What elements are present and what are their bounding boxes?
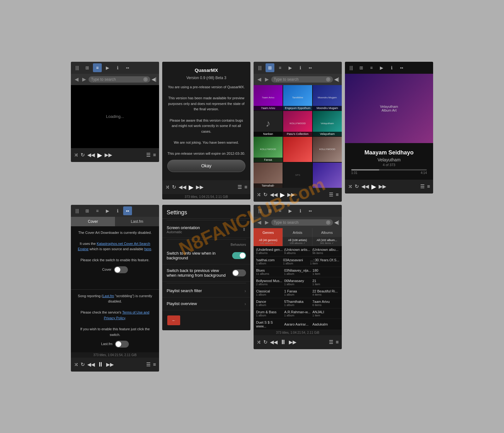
list-item-0[interactable]: (Undefined gen... 9 albums (Unknown arti… <box>254 246 342 257</box>
t7-eq[interactable]: ||| <box>255 206 264 215</box>
menu-button-2[interactable]: ≡ <box>244 184 247 190</box>
collapse-3[interactable]: ◀| <box>334 76 339 82</box>
prev-btn-4[interactable]: ◀◀ <box>361 183 369 189</box>
next-btn-4[interactable]: ▶▶ <box>379 183 386 189</box>
menu-button[interactable]: ≡ <box>153 152 156 158</box>
shuffle-button[interactable]: ⤮ <box>74 152 78 158</box>
search-clear-3[interactable]: ✕ <box>326 77 330 82</box>
albums-tab[interactable]: Albums <box>312 228 342 237</box>
lastfm-link[interactable]: Last.fm <box>103 294 114 298</box>
t7-info[interactable]: ℹ <box>296 206 305 215</box>
play-button[interactable]: ▶ <box>97 151 102 159</box>
fwd-btn-7[interactable]: ▶ <box>264 219 270 226</box>
play-button-2[interactable]: ▶ <box>189 183 193 191</box>
prev-view-toggle[interactable] <box>232 269 246 276</box>
pause-btn-7[interactable]: ⏸ <box>280 338 286 346</box>
menu-btn-5[interactable]: ≡ <box>153 362 156 367</box>
album-item-11[interactable] <box>313 163 342 188</box>
progress-container[interactable]: 1:31 4:14 <box>348 169 430 175</box>
cover-toggle[interactable] <box>114 266 128 273</box>
pause-btn-5[interactable]: ⏸ <box>97 361 104 368</box>
subtab-all-albums[interactable]: All (102 album... 341 items ✓ <box>312 237 342 246</box>
menu-btn-7[interactable]: ≡ <box>336 339 339 345</box>
prev-btn-5[interactable]: ◀◀ <box>87 361 95 367</box>
toolbar-play-icon[interactable]: ▶ <box>103 63 112 72</box>
tab-lastfm[interactable]: Last.fm <box>115 217 159 226</box>
next-button[interactable]: ▶▶ <box>105 152 112 158</box>
t4-list[interactable]: ≡ <box>367 63 376 72</box>
back-btn-3[interactable]: ◀ <box>256 76 262 83</box>
album-item-10[interactable]: SPS <box>283 163 312 188</box>
search-input[interactable]: Type to search <box>91 77 142 82</box>
okay-button[interactable]: Okay <box>167 160 245 172</box>
toolbar-play-icon-3[interactable]: ▶ <box>286 63 295 72</box>
playlist-btn-7[interactable]: ☰ <box>329 339 333 345</box>
album-item-1[interactable]: TamilWire Engeyum Eppothum <box>283 85 312 110</box>
toolbar-grid-icon-3[interactable]: ⊞ <box>266 63 274 72</box>
cover-link[interactable]: Katastrophos.net Cover Art Search Engine <box>78 242 150 251</box>
prev-btn-7[interactable]: ◀◀ <box>270 339 278 345</box>
shuffle-btn-4[interactable]: ⤮ <box>348 183 352 189</box>
album-item-5[interactable]: Velayutham Velayutham <box>313 111 342 136</box>
playlist-btn-3[interactable]: ☰ <box>329 192 333 198</box>
list-item-7[interactable]: Duet S $ S www... Aararo Aarirar... Aadu… <box>254 319 342 330</box>
search-clear-7[interactable]: ✕ <box>326 220 330 225</box>
album-item-6[interactable]: KOLLYWOOD Fanaa <box>254 137 283 162</box>
collapse-7[interactable]: ◀| <box>334 219 339 225</box>
t4-play[interactable]: ▶ <box>377 63 386 72</box>
toolbar-eq-icon-3[interactable]: ||| <box>255 63 264 72</box>
list-item-1[interactable]: !saithai.com 1 album 03Azasavani 1 album… <box>254 257 342 267</box>
next-btn-7[interactable]: ▶▶ <box>289 339 296 345</box>
cover-link2[interactable]: here <box>144 247 151 251</box>
prev-button-2[interactable]: ◀◀ <box>179 184 186 190</box>
prev-button[interactable]: ◀◀ <box>87 152 95 158</box>
list-item-5[interactable]: Dance 1 album 5Thamthaka 1 album 7aam Ar… <box>254 298 342 309</box>
album-item-2[interactable]: Moondru Mugam Moondru Mugam <box>313 85 342 110</box>
t5-grid[interactable]: ⊞ <box>83 206 92 215</box>
lastfm-toggle[interactable] <box>115 341 129 348</box>
next-btn-3[interactable]: ▶▶ <box>287 192 295 198</box>
t7-list[interactable]: ≡ <box>276 206 284 215</box>
back-btn-7[interactable]: ◀ <box>256 219 262 226</box>
toolbar-more-icon-3[interactable]: ▪▪ <box>306 63 315 72</box>
collapse-search-button[interactable]: ◀| <box>152 76 157 82</box>
search-clear-icon[interactable]: ✕ <box>143 77 148 82</box>
toolbar-more-icon[interactable]: ▪▪ <box>123 63 132 72</box>
shuffle-btn-7[interactable]: ⤮ <box>257 339 261 345</box>
list-item-2[interactable]: Blues 11 albums 03Nilaavey_vija... 1 alb… <box>254 267 342 277</box>
toolbar-info-icon-3[interactable]: ℹ <box>296 63 305 72</box>
subtab-all-artists[interactable]: All (108 artists) 139 albums ✓ <box>283 237 312 246</box>
prev-view-row[interactable]: Switch back to previous view when return… <box>162 264 250 282</box>
t7-play[interactable]: ▶ <box>286 206 295 215</box>
album-item-4[interactable]: KOLLYWOOD Pasu's Collection <box>283 111 312 136</box>
shuffle-btn-5[interactable]: ⤮ <box>74 361 78 367</box>
shuffle-btn-3[interactable]: ⤮ <box>257 192 261 198</box>
genres-tab[interactable]: Genres <box>254 228 283 237</box>
fwd-btn-3[interactable]: ▶ <box>264 76 270 83</box>
play-btn-4[interactable]: ▶ <box>371 183 376 190</box>
menu-btn-4[interactable]: ≡ <box>427 184 430 189</box>
t5-eq[interactable]: ||| <box>73 206 82 215</box>
album-item-8[interactable]: KOLLYWOOD <box>313 137 342 162</box>
tab-cover[interactable]: Cover <box>71 217 115 226</box>
artists-tab[interactable]: Artists <box>283 228 312 237</box>
orientation-row[interactable]: Screen orientation Automatic ⬍ <box>162 222 250 238</box>
t5-list[interactable]: ≡ <box>93 206 102 215</box>
playlist-btn-4[interactable]: ☰ <box>420 183 425 189</box>
t5-play[interactable]: ▶ <box>103 206 112 215</box>
t4-eq[interactable]: ||| <box>347 63 356 72</box>
playlist-button[interactable]: ☰ <box>146 152 151 158</box>
tos-link[interactable]: Terms of Use and Privacy Policy <box>104 310 150 320</box>
list-item-4[interactable]: Classical 1 album 1 Fanaa 1 album 22 Bea… <box>254 288 342 298</box>
settings-back-button[interactable]: ← <box>167 315 180 325</box>
info-view-row[interactable]: Switch to info view when in background <box>162 247 250 264</box>
search-input-3[interactable]: Type to search <box>274 77 325 82</box>
toolbar-list-icon[interactable]: ≡ <box>93 63 102 72</box>
repeat-button-2[interactable]: ↻ <box>172 184 176 190</box>
back-button[interactable]: ◀ <box>73 76 80 83</box>
repeat-btn-7[interactable]: ↻ <box>263 339 267 345</box>
toolbar-grid-icon[interactable]: ⊞ <box>83 63 92 72</box>
playlist-overview-row[interactable]: Playlist overview › <box>162 297 250 310</box>
t5-more[interactable]: ▪▪ <box>123 206 132 215</box>
forward-button[interactable]: ▶ <box>81 76 87 83</box>
